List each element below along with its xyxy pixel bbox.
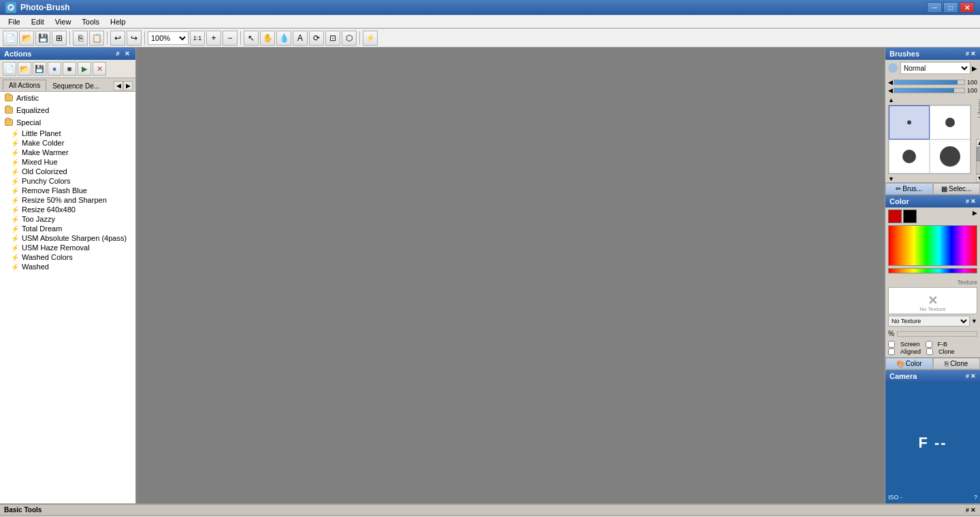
scroll-up-button[interactable]: ▲ — [976, 139, 980, 147]
close-camera-button[interactable]: ✕ — [970, 373, 976, 380]
pin-tools-button[interactable]: # — [966, 507, 969, 514]
eyedropper-button[interactable]: 💧 — [276, 31, 291, 46]
action-total-dream[interactable]: ⚡ Total Dream — [0, 224, 135, 233]
rotate-button[interactable]: ⟳ — [309, 31, 324, 46]
background-color-swatch[interactable] — [903, 210, 917, 223]
new-button[interactable]: 📄 — [3, 31, 18, 46]
action-mixed-hue[interactable]: ⚡ Mixed Hue — [0, 157, 135, 167]
minimize-button[interactable]: ─ — [927, 2, 942, 13]
maximize-button[interactable]: □ — [943, 2, 958, 13]
pct-slider[interactable] — [897, 331, 977, 337]
new-action-button[interactable]: 📄 — [3, 62, 16, 76]
transform-button[interactable]: ⬡ — [342, 31, 357, 46]
tab-sequence-details[interactable]: Sequence De... — [46, 80, 105, 91]
redo-button[interactable]: ↪ — [127, 31, 142, 46]
select-button[interactable]: ↖ — [244, 31, 259, 46]
text-button[interactable]: A — [293, 31, 308, 46]
brush-up-button[interactable]: ▲ — [888, 97, 894, 103]
menu-view[interactable]: View — [50, 15, 77, 28]
menu-file[interactable]: File — [3, 15, 26, 28]
close-brushes-button[interactable]: ✕ — [970, 50, 976, 57]
action-make-colder[interactable]: ⚡ Make Colder — [0, 138, 135, 148]
color-gradient[interactable] — [888, 225, 977, 266]
zoom-out-button[interactable]: − — [223, 31, 238, 46]
clone-checkbox[interactable] — [926, 348, 933, 355]
screen-checkbox[interactable] — [888, 341, 895, 348]
crop-button[interactable]: ⊡ — [325, 31, 340, 46]
action-usm-abs-sharpen[interactable]: ⚡ USM Absolute Sharpen (4pass) — [0, 233, 135, 243]
brush-cell-4[interactable] — [930, 139, 970, 173]
slider2-left-button[interactable]: ◀ — [888, 87, 894, 94]
tab-all-actions[interactable]: All Actions — [3, 80, 46, 91]
close-tools-button[interactable]: ✕ — [970, 507, 976, 514]
action-punchy-colors[interactable]: ⚡ Punchy Colors — [0, 176, 135, 186]
scroll-thumb[interactable] — [977, 148, 980, 161]
group-special[interactable]: Special — [0, 116, 135, 129]
action-usm-haze[interactable]: ⚡ USM Haze Removal — [0, 243, 135, 252]
menu-help[interactable]: Help — [105, 15, 131, 28]
tab-prev-button[interactable]: ◀ — [114, 81, 123, 90]
save-action-button[interactable]: 💾 — [33, 62, 46, 76]
action-washed[interactable]: ⚡ Washed — [0, 262, 135, 271]
zoom-select[interactable]: 100% 50% 200% — [148, 31, 189, 45]
stop-button[interactable]: ■ — [63, 62, 76, 76]
paste-button[interactable]: 📋 — [89, 31, 104, 46]
texture-dropdown-arrow[interactable]: ▼ — [971, 318, 977, 324]
slider2-track[interactable] — [894, 88, 965, 93]
delete-action-button[interactable]: ✕ — [93, 62, 106, 76]
action-resize-640[interactable]: ⚡ Resize 640x480 — [0, 205, 135, 214]
play-button[interactable]: ▶ — [78, 62, 91, 76]
brush-down-button[interactable]: ▼ — [888, 176, 894, 182]
action-washed-colors[interactable]: ⚡ Washed Colors — [0, 252, 135, 262]
action-old-colorized[interactable]: ⚡ Old Colorized — [0, 167, 135, 176]
group-artistic[interactable]: Artistic — [0, 92, 135, 104]
grid-button[interactable]: ⊞ — [52, 31, 67, 46]
foreground-color-swatch[interactable] — [888, 210, 902, 223]
canvas-area[interactable] — [136, 48, 885, 503]
tab-select-brush[interactable]: ▦ Selec... — [933, 183, 981, 195]
copy-button[interactable]: ⎘ — [73, 31, 88, 46]
pin-brushes-button[interactable]: # — [966, 50, 969, 57]
close-color-button[interactable]: ✕ — [970, 198, 976, 205]
slider1-track[interactable] — [894, 80, 965, 85]
texture-select[interactable]: No Texture — [888, 316, 970, 327]
fb-checkbox[interactable] — [926, 341, 932, 348]
action-resize-50-sharpen[interactable]: ⚡ Resize 50% and Sharpen — [0, 195, 135, 205]
script-button[interactable]: ⚡ — [363, 31, 378, 46]
pin-camera-button[interactable]: # — [966, 373, 969, 380]
menu-tools[interactable]: Tools — [76, 15, 105, 28]
group-equalized[interactable]: Equalized — [0, 104, 135, 116]
brush-cell-2[interactable] — [930, 105, 970, 139]
scroll-down-button[interactable]: ▼ — [976, 174, 980, 182]
pin-color-button[interactable]: # — [966, 198, 969, 205]
zoom-1-1-button[interactable]: 1:1 — [190, 31, 205, 46]
open-button[interactable]: 📂 — [19, 31, 34, 46]
action-too-jazzy[interactable]: ⚡ Too Jazzy — [0, 214, 135, 224]
brush-mode-arrow[interactable]: ▶ — [972, 65, 977, 72]
close-panel-button[interactable]: ✕ — [123, 50, 131, 58]
tab-brushes[interactable]: ✏ Brus... — [885, 183, 933, 195]
close-button[interactable]: ✕ — [960, 2, 975, 13]
pin-button[interactable]: # — [114, 50, 122, 58]
tab-clone[interactable]: ⎘ Clone — [933, 358, 981, 369]
tab-next-button[interactable]: ▶ — [123, 81, 133, 90]
hue-slider[interactable] — [888, 268, 977, 273]
action-remove-flash-blue[interactable]: ⚡ Remove Flash Blue — [0, 186, 135, 195]
aligned-checkbox[interactable] — [888, 348, 895, 355]
tab-color[interactable]: 🎨 Color — [885, 358, 933, 369]
action-little-planet[interactable]: ⚡ Little Planet — [0, 129, 135, 138]
save-button[interactable]: 💾 — [35, 31, 50, 46]
color-arrow-button[interactable]: ▶ — [973, 210, 977, 223]
slider1-left-button[interactable]: ◀ — [888, 79, 894, 86]
menu-edit[interactable]: Edit — [26, 15, 50, 28]
undo-button[interactable]: ↩ — [110, 31, 125, 46]
canvas[interactable] — [136, 48, 885, 503]
pan-button[interactable]: ✋ — [260, 31, 275, 46]
brush-cell-3[interactable] — [889, 139, 930, 173]
brush-mode-select[interactable]: Normal Multiply Screen — [900, 62, 970, 74]
brush-cell-1[interactable] — [889, 105, 930, 139]
action-make-warmer[interactable]: ⚡ Make Warmer — [0, 148, 135, 157]
zoom-in-button[interactable]: + — [206, 31, 221, 46]
record-start-button[interactable]: ● — [48, 62, 61, 76]
open-action-button[interactable]: 📂 — [18, 62, 31, 76]
